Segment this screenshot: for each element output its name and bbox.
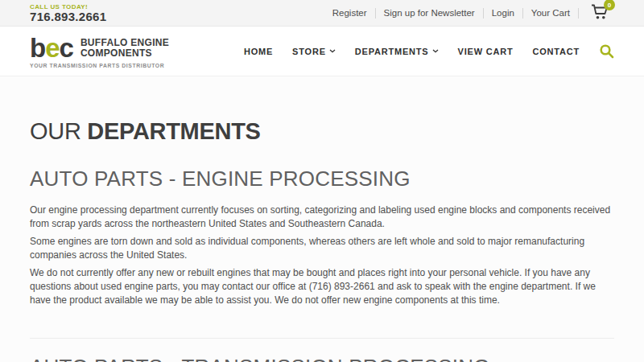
chevron-down-icon bbox=[432, 49, 439, 53]
logo-name-line1: BUFFALO ENGINE bbox=[80, 38, 169, 49]
section-engine-processing: AUTO PARTS - ENGINE PROCESSING Our engin… bbox=[30, 167, 614, 307]
call-us-block: CALL US TODAY! 716.893.2661 bbox=[30, 2, 106, 23]
divider bbox=[483, 8, 484, 19]
main-nav: HOME STORE DEPARTMENTS VIEW CART CONTACT bbox=[225, 43, 614, 59]
your-cart-link[interactable]: Your Cart bbox=[531, 8, 570, 18]
logo-letter-b: b bbox=[30, 33, 45, 63]
paragraph: We do not currently offer any new or reb… bbox=[30, 266, 614, 307]
divider bbox=[375, 8, 376, 19]
login-link[interactable]: Login bbox=[492, 8, 514, 18]
nav-view-cart-label: VIEW CART bbox=[458, 47, 514, 56]
cart-icon[interactable]: 0 bbox=[590, 3, 614, 23]
section-title-transmission: AUTO PARTS - TRANSMISSION PROCESSING bbox=[30, 355, 614, 362]
nav-departments-label: DEPARTMENTS bbox=[355, 47, 429, 56]
section-divider bbox=[30, 338, 614, 339]
page-title-bold: DEPARTMENTS bbox=[87, 118, 260, 144]
nav-store[interactable]: STORE bbox=[292, 47, 336, 56]
section-transmission-processing: AUTO PARTS - TRANSMISSION PROCESSING bbox=[30, 355, 614, 362]
topbar-links: Register Sign up for Newsletter Login Yo… bbox=[332, 3, 614, 23]
phone-number: 716.893.2661 bbox=[30, 10, 106, 23]
paragraph: Our engine processing department current… bbox=[30, 204, 614, 231]
divider bbox=[578, 8, 579, 19]
logo-name-line2: COMPONENTS bbox=[80, 48, 169, 60]
cart-count-badge: 0 bbox=[604, 0, 615, 10]
logo-letter-c: c bbox=[60, 33, 73, 63]
nav-home-label: HOME bbox=[244, 47, 273, 56]
topbar: CALL US TODAY! 716.893.2661 Register Sig… bbox=[0, 0, 644, 27]
paragraph: Some engines are torn down and sold as i… bbox=[30, 235, 614, 262]
main-content: OUR DEPARTMENTS AUTO PARTS - ENGINE PROC… bbox=[0, 76, 644, 362]
nav-contact[interactable]: CONTACT bbox=[532, 47, 580, 56]
logo-letter-e: e bbox=[45, 33, 59, 63]
logo[interactable]: bec BUFFALO ENGINE COMPONENTS YOUR TRANS… bbox=[30, 34, 169, 68]
nav-contact-label: CONTACT bbox=[532, 47, 580, 56]
logo-name: BUFFALO ENGINE COMPONENTS bbox=[80, 38, 169, 60]
divider bbox=[522, 8, 523, 19]
logo-mark: bec bbox=[30, 37, 73, 60]
register-link[interactable]: Register bbox=[332, 8, 367, 18]
header: bec BUFFALO ENGINE COMPONENTS YOUR TRANS… bbox=[0, 27, 644, 76]
page-title-light: OUR bbox=[30, 118, 81, 144]
nav-home[interactable]: HOME bbox=[244, 47, 273, 56]
nav-view-cart[interactable]: VIEW CART bbox=[458, 47, 514, 56]
section-title-engine: AUTO PARTS - ENGINE PROCESSING bbox=[30, 167, 614, 191]
search-icon[interactable] bbox=[599, 43, 614, 59]
nav-departments[interactable]: DEPARTMENTS bbox=[355, 47, 439, 56]
nav-store-label: STORE bbox=[292, 47, 326, 56]
chevron-down-icon bbox=[329, 49, 336, 53]
newsletter-signup-link[interactable]: Sign up for Newsletter bbox=[384, 8, 475, 18]
page-title: OUR DEPARTMENTS bbox=[30, 117, 614, 146]
logo-tagline: YOUR TRANSMISSION PARTS DISTRIBUTOR bbox=[30, 63, 169, 68]
